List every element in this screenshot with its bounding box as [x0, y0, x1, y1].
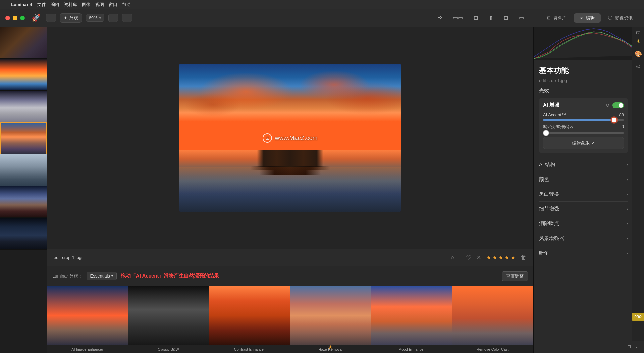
preset-label: Essentials [90, 273, 110, 279]
tab-library[interactable]: ⊞ 资料库 [541, 13, 573, 23]
color-item[interactable]: 颜色 › [539, 172, 628, 187]
ai-section-title: AI 增强 [543, 102, 606, 108]
fullscreen-button[interactable] [20, 16, 25, 20]
landscape-enhancer-item[interactable]: 风景增强器 › [539, 231, 628, 246]
bt-label-6: Remove Color Cast [452, 345, 533, 353]
zoom-control[interactable]: 69% ▾ [86, 14, 104, 22]
zoom-plus-button[interactable]: + [122, 14, 132, 22]
accent-value: 88 [619, 112, 624, 117]
filmstrip-thumb-2[interactable] [0, 59, 47, 91]
filmstrip-thumb-1[interactable] [0, 27, 47, 59]
star-4[interactable]: ★ [504, 254, 509, 261]
filename-label: edit-crop-1.jpg [54, 255, 82, 260]
reject-icon[interactable]: ✕ [477, 254, 481, 261]
trash-icon[interactable]: 🗑 [521, 254, 527, 261]
landscape-arrow: › [627, 236, 628, 241]
add-button[interactable]: + [46, 14, 56, 22]
menu-edit[interactable]: 编辑 [51, 2, 59, 8]
star-rating[interactable]: ★ ★ ★ ★ ★ [486, 254, 515, 261]
ai-structure-arrow: › [627, 162, 628, 167]
sky-thumb[interactable] [543, 130, 549, 136]
bt-img-3 [209, 286, 290, 345]
toolbar-tabs: ⊞ 资料库 ≋ 编辑 ⓘ 影像资讯 [541, 13, 639, 23]
accent-slider[interactable] [543, 119, 624, 121]
clock-icon[interactable]: ⏱ [626, 344, 632, 350]
zoom-minus-button[interactable]: − [108, 14, 118, 22]
star-2[interactable]: ★ [492, 254, 497, 261]
detail-arrow: › [627, 207, 628, 211]
tab-edit[interactable]: ≋ 编辑 [574, 13, 601, 23]
star-1[interactable]: ★ [486, 254, 491, 261]
edit-mask-button[interactable]: 编辑蒙版 ∨ [543, 137, 624, 149]
filmstrip-thumb-6[interactable] [0, 186, 47, 218]
heart-icon[interactable]: ♡ [466, 254, 471, 261]
detail-enhance-item[interactable]: 细节增强 › [539, 201, 628, 216]
tab-info-label: 影像资讯 [615, 15, 633, 20]
menu-view[interactable]: 视图 [95, 2, 104, 8]
filmstrip-thumb-5[interactable] [0, 154, 47, 186]
face-icon[interactable]: ☺ [635, 63, 641, 70]
circle-icon[interactable]: ○ [451, 254, 454, 261]
menu-items: 文件 编辑 资料库 图像 视图 窗口 帮助 [37, 2, 131, 8]
preview-icon[interactable]: 👁 [433, 14, 445, 22]
toolbar: 🚀 + ✦ 外观 69% ▾ − + 👁 ▭▭ ⊡ ⬆ ⊞ ▭ ⊞ 资料库 ≋ … [0, 9, 644, 27]
ai-structure-item[interactable]: AI 结构 › [539, 157, 628, 172]
vignette-item[interactable]: 暗角 › [539, 246, 628, 260]
menu-file[interactable]: 文件 [37, 2, 46, 8]
look-button[interactable]: ✦ 外观 [60, 13, 82, 23]
filmstrip-thumb-3[interactable] [0, 91, 47, 122]
look-panel: Luminar 外观： Essentials ▾ 拖动「AI Accent」滑块… [47, 266, 533, 286]
share-icon[interactable]: ⬆ [485, 13, 496, 22]
bottom-filmstrip: AI Image Enhancer Classic B&W Contrast E… [47, 286, 533, 353]
undo-icon[interactable]: ↺ [606, 103, 610, 108]
tab-info[interactable]: ⓘ 影像资讯 [602, 13, 639, 23]
traffic-lights [5, 16, 25, 20]
rocket-icon: 🚀 [32, 14, 41, 22]
menu-library[interactable]: 资料库 [64, 2, 77, 8]
filmstrip-thumb-4[interactable] [0, 122, 47, 154]
vignette-arrow: › [627, 251, 628, 256]
star-3[interactable]: ★ [498, 254, 503, 261]
color-arrow: › [627, 177, 628, 182]
sun-icon[interactable]: ☀ [636, 38, 641, 45]
close-button[interactable] [5, 16, 10, 20]
window-icon[interactable]: ▭ [516, 13, 527, 22]
pro-badge: PRO [632, 313, 644, 321]
reset-button[interactable]: 重置调整 [502, 271, 528, 281]
bottom-thumb-ai-image-enhancer[interactable]: AI Image Enhancer [47, 286, 128, 353]
bottom-thumb-classic-bw[interactable]: Classic B&W [128, 286, 209, 353]
sky-label: 智能天空增强器 [543, 124, 574, 130]
grid-icon[interactable]: ⊞ [500, 13, 512, 22]
star-5[interactable]: ★ [511, 254, 515, 261]
menu-window[interactable]: 窗口 [109, 2, 117, 8]
bottom-thumb-contrast-enhancer[interactable]: Contrast Enhancer [209, 286, 290, 353]
accent-thumb[interactable] [611, 117, 617, 123]
palette-icon[interactable]: 🎨 [635, 50, 642, 58]
compare-icon[interactable]: ▭▭ [449, 13, 466, 22]
bottom-thumb-mood-enhancer[interactable]: Mood Enhancer [371, 286, 452, 353]
panel-filename: edit-crop-1.jpg [539, 78, 628, 83]
ai-toggle[interactable] [612, 102, 624, 108]
crop-icon[interactable]: ⊡ [470, 13, 481, 22]
bottom-thumb-haze-removal[interactable]: ★ Haze Removal [290, 286, 371, 353]
preset-button[interactable]: Essentials ▾ [87, 272, 117, 280]
bottom-thumb-remove-color-cast[interactable]: Remove Color Cast [452, 286, 533, 353]
accent-label-row: AI Accent™ 88 [543, 112, 624, 117]
ai-section-controls: ↺ [606, 102, 624, 108]
filmstrip-thumb-7[interactable] [0, 218, 47, 250]
vignette-label: 暗角 [539, 250, 627, 256]
ai-accent-row: AI Accent™ 88 [543, 112, 624, 121]
bw-convert-item[interactable]: 黑白转换 › [539, 187, 628, 201]
zoom-value: 69% [89, 15, 98, 20]
more-icon[interactable]: ··· [634, 344, 639, 350]
menu-image[interactable]: 图像 [82, 2, 91, 8]
bt-img-6 [452, 286, 533, 345]
menu-help[interactable]: 帮助 [122, 2, 131, 8]
noise-removal-item[interactable]: 消除噪点 › [539, 216, 628, 231]
sky-slider[interactable] [543, 132, 624, 134]
sky-enhancer-row: 智能天空增强器 0 [543, 124, 624, 134]
bt-label-3: Contrast Enhancer [209, 345, 290, 353]
watermark-circle: Z [263, 133, 272, 143]
plus-icon: + [126, 15, 128, 20]
minimize-button[interactable] [13, 16, 17, 20]
